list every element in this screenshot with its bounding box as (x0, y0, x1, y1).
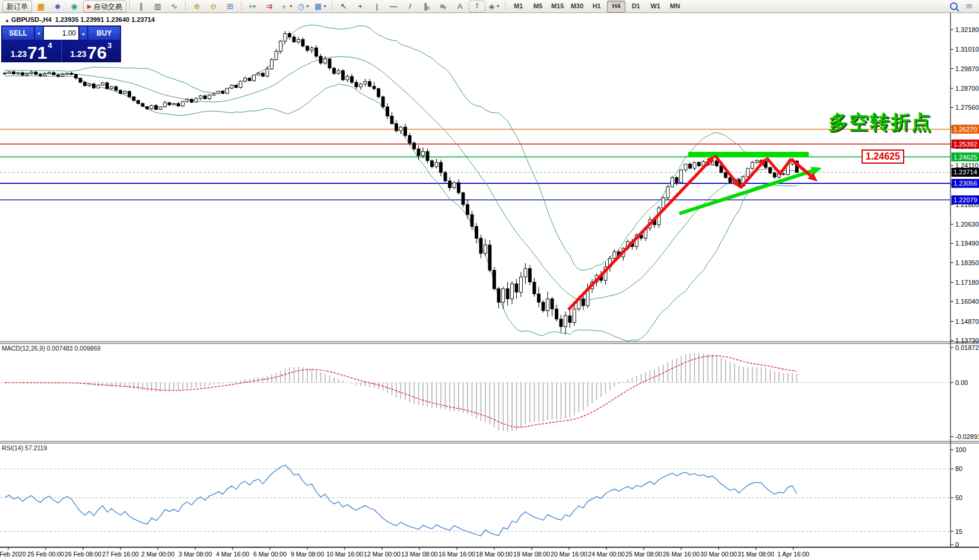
price-tick-label: 1.13730 (955, 337, 979, 344)
price-tick-label: 1.16040 (955, 298, 979, 305)
uptrend-arrow[interactable] (568, 155, 715, 310)
time-tick-label: 9 Mar 08:00 (291, 551, 324, 558)
volume-decrease-button[interactable]: ▼ (34, 26, 43, 40)
ask-main: 76 (87, 44, 107, 61)
time-tick-label: 19 Mar 08:00 (513, 551, 550, 558)
volume-input[interactable] (43, 26, 79, 40)
svg-text:1.24625: 1.24625 (953, 154, 977, 161)
macd-scale-label: 0.018721 (955, 344, 979, 351)
price-badge-1.22079: 1.22079 (952, 195, 979, 204)
time-tick-label: 10 Mar 16:00 (326, 551, 363, 558)
time-tick-label: 3 Mar 08:00 (179, 551, 212, 558)
macd-pane[interactable] (0, 353, 951, 432)
time-tick-label: 2 Mar 00:00 (141, 551, 174, 558)
bid-price[interactable]: 1.23 71 4 (2, 40, 62, 62)
volume-increase-button[interactable]: ▲ (79, 26, 88, 40)
price-tick-label: 1.32180 (955, 26, 979, 33)
price-badge-1.23714: 1.23714 (952, 168, 979, 177)
symbol-title: ▲GBPUSD-,H41.23935 1.23991 1.23640 1.237… (5, 16, 155, 23)
candlestick-series (4, 31, 799, 335)
price-badge-1.26270: 1.26270 (952, 125, 979, 133)
time-tick-label: 25 Feb 00:00 (27, 551, 64, 558)
bid-pipette: 4 (47, 41, 52, 50)
analyst-annotations[interactable] (568, 152, 822, 310)
mt4-window: 新订单▆☻◉▶自动交易∥▥∿⊕⊖⊞↦⇉＋▼◷▼▦▼↖+|—/∥E≡FAT◈▼M1… (0, 0, 979, 560)
price-tick-label: 1.14870 (955, 318, 979, 325)
macd-histogram (5, 353, 797, 432)
price-tick-label: 1.29870 (955, 65, 979, 72)
time-tick-label: 31 Mar 08:00 (738, 551, 774, 558)
sell-button[interactable]: SELL (2, 26, 34, 40)
rsi-scale-label: 100 (955, 446, 966, 453)
buy-button[interactable]: BUY (88, 26, 120, 40)
rsi-label: RSI(14) 57.2119 (2, 444, 47, 451)
time-tick-label: 12 Mar 00:00 (364, 551, 401, 558)
svg-text:1.23056: 1.23056 (953, 180, 977, 187)
time-tick-label: 27 Feb 16:00 (102, 551, 139, 558)
price-tick-label: 1.17180 (955, 279, 979, 286)
macd-scale-label: 0.00 (955, 379, 968, 386)
ask-prefix: 1.23 (70, 49, 86, 59)
rsi-scale-label: 80 (955, 465, 962, 472)
rsi-scale-label: 50 (955, 494, 962, 501)
time-tick-label: 6 Mar 00:00 (253, 551, 287, 558)
trend-support-arrow[interactable] (679, 167, 822, 214)
symbol-name: GBPUSD-,H4 (11, 16, 52, 23)
macd-label: MACD(12,26,9) 0.007483 0.009869 (2, 345, 100, 352)
resistance-bar-annotation[interactable] (688, 152, 809, 157)
bid-prefix: 1.23 (11, 49, 27, 59)
price-tick-label: 1.31010 (955, 46, 979, 53)
price-tick-label: 1.19490 (955, 240, 979, 247)
time-tick-label: 26 Mar 16:00 (663, 551, 700, 558)
rsi-line (5, 465, 797, 536)
time-tick-label: 26 Feb 08:00 (65, 551, 101, 558)
price-level-label[interactable]: 1.24625 (862, 149, 904, 164)
time-tick-label: 13 Mar 08:00 (401, 551, 438, 558)
time-axis[interactable]: 21 Feb 202025 Feb 00:0026 Feb 08:0027 Fe… (0, 548, 809, 558)
price-badge-1.25392: 1.25392 (952, 139, 979, 148)
price-axis[interactable]: 1.321801.310101.298701.287001.275601.263… (951, 26, 979, 548)
time-tick-label: 24 Mar 00:00 (588, 551, 625, 558)
rsi-scale-label: 0 (955, 541, 959, 548)
main-price-pane[interactable] (0, 25, 951, 341)
svg-text:1.22079: 1.22079 (953, 196, 977, 203)
rsi-scale-label: 15 (955, 528, 962, 535)
price-badge-1.24625: 1.24625 (952, 152, 979, 161)
price-tick-label: 1.28700 (955, 85, 979, 92)
svg-text:1.25392: 1.25392 (953, 141, 977, 148)
ask-pipette: 3 (107, 41, 112, 50)
time-tick-label: 21 Feb 2020 (0, 551, 26, 558)
time-tick-label: 4 Mar 16:00 (216, 551, 249, 558)
macd-scale-label: -0.028913 (955, 433, 979, 440)
price-tick-label: 1.20630 (955, 221, 979, 228)
ask-price[interactable]: 1.23 76 3 (62, 40, 121, 62)
symbol-ohlc-values: 1.23935 1.23991 1.23640 1.23714 (55, 16, 155, 23)
price-tick-label: 1.27560 (955, 104, 979, 111)
bid-main: 71 (27, 44, 47, 61)
turning-point-annotation[interactable]: 多空转折点 (828, 109, 932, 136)
time-tick-label: 16 Mar 16:00 (438, 551, 475, 558)
rsi-pane[interactable] (0, 465, 951, 536)
price-badge-1.23056: 1.23056 (952, 179, 979, 188)
time-tick-label: 1 Apr 16:00 (777, 551, 809, 558)
time-tick-label: 30 Mar 00:00 (700, 551, 737, 558)
time-tick-label: 20 Mar 16:00 (551, 551, 587, 558)
time-tick-label: 18 Mar 00:00 (476, 551, 513, 558)
chart-canvas[interactable]: 1.321801.310101.298701.287001.275601.263… (0, 0, 979, 560)
price-tick-label: 1.18350 (955, 259, 979, 266)
bollinger-lower-band (5, 76, 797, 341)
svg-text:1.26270: 1.26270 (953, 126, 977, 133)
symbol-marker-icon: ▲ (5, 18, 9, 23)
svg-text:1.23714: 1.23714 (953, 168, 977, 176)
one-click-trade-panel: SELL ▼ ▲ BUY 1.23 71 4 1.23 76 3 (1, 26, 121, 62)
time-tick-label: 25 Mar 08:00 (625, 551, 662, 558)
